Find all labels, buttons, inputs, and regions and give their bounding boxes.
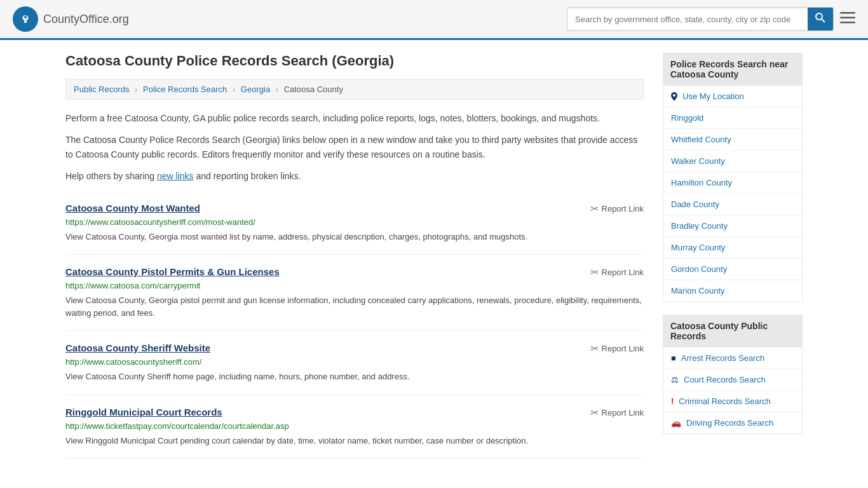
svg-rect-6 [840,22,855,24]
list-item: Marion County [663,280,802,301]
search-bar [567,7,834,31]
result-item: Ringgold Municipal Court Records ✂ Repor… [65,395,644,459]
sidebar-link-dade[interactable]: Dade County [663,194,802,215]
list-item: Dade County [663,194,802,215]
hamburger-icon [840,12,855,24]
svg-line-3 [822,19,825,22]
search-icon [815,13,825,23]
report-link[interactable]: ✂ Report Link [590,203,644,215]
list-item: Walker County [663,151,802,172]
sidebar-link-ringgold[interactable]: Ringgold [663,107,802,128]
result-header: Catoosa County Sheriff Website ✂ Report … [65,342,644,355]
result-url: http://www.ticketfastpay.com/courtcalend… [65,421,644,431]
result-header: Ringgold Municipal Court Records ✂ Repor… [65,407,644,419]
description-para2: The Catoosa County Police Records Search… [65,133,644,161]
scissors-icon: ✂ [590,266,599,278]
list-item: ! Criminal Records Search [663,391,802,412]
sidebar-link-hamilton[interactable]: Hamilton County [663,172,802,193]
nearby-header: Police Records Search near Catoosa Count… [663,53,803,86]
list-item: ⚖ Court Records Search [663,369,802,391]
breadcrumb-sep-3: › [276,85,278,94]
result-desc: View Catoosa County Sheriff home page, i… [65,370,644,383]
menu-button[interactable] [840,12,855,26]
search-button[interactable] [808,8,833,30]
sidebar: Police Records Search near Catoosa Count… [663,53,803,459]
list-item: Ringgold [663,107,802,129]
result-title[interactable]: Ringgold Municipal Court Records [65,407,222,417]
result-title[interactable]: Catoosa County Sheriff Website [65,342,210,353]
nearby-section: Police Records Search near Catoosa Count… [663,53,803,302]
svg-point-1 [24,16,27,18]
breadcrumb: Public Records › Police Records Search ›… [65,79,644,100]
public-records-header: Catoosa County Public Records [663,315,803,348]
list-item: Hamilton County [663,172,802,194]
criminal-records-icon: ! [671,396,674,406]
arrest-records-link[interactable]: ■ Arrest Records Search [663,348,802,369]
sidebar-link-bradley[interactable]: Bradley County [663,215,802,236]
sidebar-link-walker[interactable]: Walker County [663,151,802,172]
result-url: https://www.catoosa.com/carrypermit [65,281,644,290]
sidebar-link-gordon[interactable]: Gordon County [663,259,802,280]
criminal-records-link[interactable]: ! Criminal Records Search [663,391,802,412]
breadcrumb-georgia[interactable]: Georgia [241,85,270,94]
report-link[interactable]: ✂ Report Link [590,266,644,278]
result-header: Catoosa County Most Wanted ✂ Report Link [65,203,644,215]
logo-link[interactable]: CountyOffice.org [13,6,129,32]
public-records-list: ■ Arrest Records Search ⚖ Court Records … [663,348,803,434]
report-link[interactable]: ✂ Report Link [590,407,644,419]
sidebar-link-murray[interactable]: Murray County [663,237,802,258]
scissors-icon: ✂ [590,203,599,215]
sidebar-link-marion[interactable]: Marion County [663,280,802,301]
main-container: Catoosa County Police Records Search (Ge… [53,40,815,471]
description-para1: Perform a free Catoosa County, GA public… [65,111,644,125]
result-item: Catoosa County Sheriff Website ✂ Report … [65,331,644,395]
search-input[interactable] [567,10,808,29]
result-url: https://www.catoosacountysheriff.com/mos… [65,217,644,227]
page-title: Catoosa County Police Records Search (Ge… [65,53,644,69]
result-url: http://www.catoosacountysheriff.com/ [65,357,644,367]
court-records-icon: ⚖ [671,375,679,384]
list-item: Gordon County [663,259,802,280]
breadcrumb-public-records[interactable]: Public Records [74,85,129,94]
arrest-records-icon: ■ [671,353,676,363]
svg-point-7 [673,94,675,97]
result-title[interactable]: Catoosa County Most Wanted [65,203,200,214]
header-right [567,7,855,31]
breadcrumb-sep-1: › [135,85,137,94]
driving-records-link[interactable]: 🚗 Driving Records Search [663,412,802,433]
results-list: Catoosa County Most Wanted ✂ Report Link… [65,191,644,459]
list-item: ■ Arrest Records Search [663,348,802,369]
header: CountyOffice.org [0,0,868,40]
court-records-link[interactable]: ⚖ Court Records Search [663,369,802,390]
result-item: Catoosa County Pistol Permits & Gun Lice… [65,255,644,331]
location-pin-icon [671,92,677,101]
breadcrumb-current: Catoosa County [284,85,343,94]
svg-point-2 [816,13,822,20]
report-link[interactable]: ✂ Report Link [590,342,644,355]
result-desc: View Catoosa County, Georgia pistol perm… [65,294,644,319]
list-item: Use My Location [663,86,802,107]
content-area: Catoosa County Police Records Search (Ge… [65,53,644,459]
logo-text: CountyOffice.org [43,13,129,26]
result-item: Catoosa County Most Wanted ✂ Report Link… [65,191,644,255]
sidebar-link-whitfield[interactable]: Whitfield County [663,129,802,150]
description-para3: Help others by sharing new links and rep… [65,169,644,183]
svg-rect-5 [840,17,855,19]
new-links-link[interactable]: new links [157,171,194,181]
list-item: 🚗 Driving Records Search [663,412,802,433]
result-desc: View Ringgold Municipal Court pending co… [65,435,644,447]
breadcrumb-police-records[interactable]: Police Records Search [143,85,227,94]
result-desc: View Catoosa County, Georgia most wanted… [65,231,644,243]
public-records-section: Catoosa County Public Records ■ Arrest R… [663,315,803,434]
result-title[interactable]: Catoosa County Pistol Permits & Gun Lice… [65,266,280,277]
scissors-icon: ✂ [590,407,599,419]
scissors-icon: ✂ [590,342,599,355]
use-my-location-link[interactable]: Use My Location [663,86,802,107]
result-header: Catoosa County Pistol Permits & Gun Lice… [65,266,644,278]
list-item: Whitfield County [663,129,802,151]
logo-icon [13,6,38,32]
nearby-list: Use My Location Ringgold Whitfield Count… [663,86,803,302]
list-item: Murray County [663,237,802,259]
driving-records-icon: 🚗 [671,418,681,428]
list-item: Bradley County [663,215,802,237]
